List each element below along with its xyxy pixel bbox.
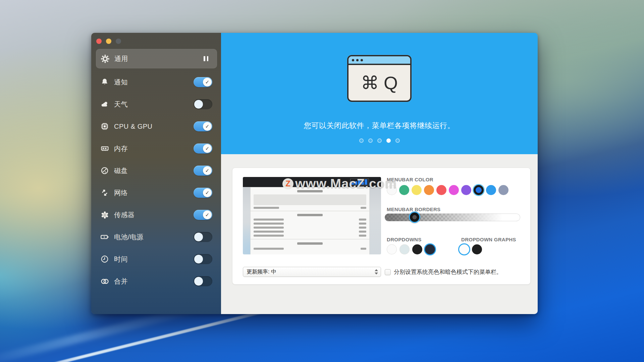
toggle-sensors[interactable]: ✓ [194, 210, 212, 220]
sidebar-item-label: 通用 [114, 54, 128, 63]
sidebar-item-label: 网络 [114, 188, 128, 197]
sidebar-item-disks[interactable]: 磁盘 ✓ [91, 160, 221, 182]
update-rate-value: 更新频率: 中 [247, 268, 276, 276]
dropdown-swatch-black[interactable] [412, 244, 422, 254]
color-swatch-yellow[interactable] [412, 185, 422, 195]
illustration-titlebar [348, 56, 410, 65]
pager-dot[interactable] [359, 138, 364, 143]
preview-title-bar [297, 242, 323, 245]
dropdown-swatch-frosted[interactable] [399, 244, 410, 254]
color-swatch-magenta[interactable] [449, 185, 459, 195]
sidebar-item-label: 时间 [114, 255, 128, 264]
toggle-cpu-gpu[interactable]: ✓ [194, 121, 212, 131]
minimize-button[interactable] [106, 39, 111, 44]
pager-dots [221, 138, 538, 143]
close-button[interactable] [96, 39, 102, 44]
combine-icon [100, 277, 109, 286]
color-swatch-red[interactable] [436, 185, 446, 195]
preview-line [254, 207, 279, 209]
graph-swatch-white-selected[interactable] [459, 244, 469, 254]
toggle-disks[interactable]: ✓ [194, 166, 212, 176]
preview-dropdown-panel [250, 187, 370, 254]
toggle-knob: ✓ [203, 210, 212, 219]
color-swatch-blue-selected[interactable] [474, 185, 484, 195]
main-content: ⌘Q 您可以关闭此软件，菜单栏各项将继续运行。 [221, 33, 538, 314]
sidebar-item-label: 合并 [114, 277, 128, 286]
clock-icon [100, 254, 109, 264]
preview-line [359, 223, 366, 225]
sidebar-item-sensors[interactable]: 传感器 ✓ [91, 204, 221, 226]
sidebar-item-label: 电池/电源 [114, 233, 144, 242]
toggle-network[interactable]: ✓ [194, 188, 212, 198]
toggle-knob: ✓ [194, 100, 203, 109]
sidebar-item-time[interactable]: 时间 ✓ [91, 248, 221, 270]
preview-line [359, 231, 366, 233]
preview-line [254, 235, 284, 237]
color-swatch-green[interactable] [399, 185, 409, 195]
quit-shortcut-illustration: ⌘Q [347, 55, 412, 102]
slider-knob[interactable] [409, 212, 420, 223]
preview-line [361, 207, 366, 209]
color-swatch-lightblue[interactable] [486, 185, 496, 195]
sidebar-item-combined[interactable]: 合并 ✓ [91, 270, 221, 292]
app-window: 通用 通知 ✓ [91, 33, 538, 314]
toggle-combined[interactable]: ✓ [194, 276, 212, 286]
preview-line [254, 248, 284, 250]
mode-checkbox-row: 分别设置系统亮色和暗色模式下的菜单栏。 [385, 268, 502, 276]
sidebar-item-memory[interactable]: 内存 ✓ [91, 137, 221, 160]
sidebar-item-battery[interactable]: 电池/电源 ✓ [91, 226, 221, 248]
bell-icon [100, 77, 109, 87]
pager-dot-active[interactable] [386, 138, 391, 143]
toggle-time[interactable]: ✓ [194, 254, 212, 264]
preview-line [254, 227, 284, 229]
preview-line [254, 219, 284, 221]
network-icon [100, 188, 109, 197]
sidebar-item-network[interactable]: 网络 ✓ [91, 182, 221, 204]
sidebar-item-notifications[interactable]: 通知 ✓ [91, 71, 221, 93]
pause-icon[interactable] [204, 56, 208, 61]
toggle-notifications[interactable]: ✓ [194, 77, 212, 87]
pager-dot[interactable] [395, 138, 400, 143]
sidebar-item-cpu-gpu[interactable]: CPU & GPU ✓ [91, 115, 221, 137]
dropdown-swatch-dark-selected[interactable] [425, 244, 435, 254]
sidebar-item-label: 天气 [114, 100, 128, 109]
toggle-weather[interactable]: ✓ [194, 99, 212, 109]
graph-swatch-black[interactable] [472, 244, 482, 254]
toggle-memory[interactable]: ✓ [194, 143, 212, 154]
dropdowns-label: DROPDOWNS [387, 237, 422, 242]
sidebar-item-weather[interactable]: 天气 ✓ [91, 93, 221, 115]
dropdown-swatch-white[interactable] [387, 244, 397, 254]
sidebar: 通用 通知 ✓ [91, 33, 221, 314]
mode-checkbox[interactable] [385, 269, 391, 275]
memory-icon [100, 144, 109, 153]
dropdowns-swatches [387, 244, 435, 254]
zoom-button[interactable] [116, 39, 121, 44]
toggle-battery[interactable]: ✓ [194, 232, 212, 242]
preview-line [254, 223, 284, 225]
preview-line [359, 219, 366, 221]
toggle-knob: ✓ [203, 122, 212, 131]
color-swatch-grayblue[interactable] [498, 185, 508, 195]
update-rate-select[interactable]: 更新频率: 中 [243, 267, 381, 277]
watermark-text: www.MacZ.com [295, 176, 397, 191]
toggle-knob: ✓ [194, 255, 203, 263]
menubar-preview: Z www.MacZ.com [243, 177, 381, 254]
color-swatch-orange[interactable] [424, 185, 434, 195]
pager-dot[interactable] [368, 138, 373, 143]
color-swatch-purple[interactable] [461, 185, 471, 195]
select-chevrons-icon [374, 269, 378, 275]
window-controls [96, 39, 121, 44]
toggle-knob: ✓ [194, 233, 203, 241]
sidebar-item-general[interactable]: 通用 [96, 49, 217, 68]
dropdown-graphs-label: DROPDOWN GRAPHS [461, 237, 516, 242]
menubar-borders-slider[interactable] [385, 214, 520, 221]
preview-line [254, 231, 284, 233]
preview-line [359, 235, 366, 237]
cpu-icon [100, 122, 109, 131]
weather-icon [100, 100, 109, 109]
pager-dot[interactable] [377, 138, 382, 143]
preview-divider [251, 211, 369, 211]
dropdown-graphs-swatches [459, 244, 482, 254]
settings-card: Z www.MacZ.com [232, 168, 531, 285]
settings-area: Z www.MacZ.com [221, 154, 538, 314]
